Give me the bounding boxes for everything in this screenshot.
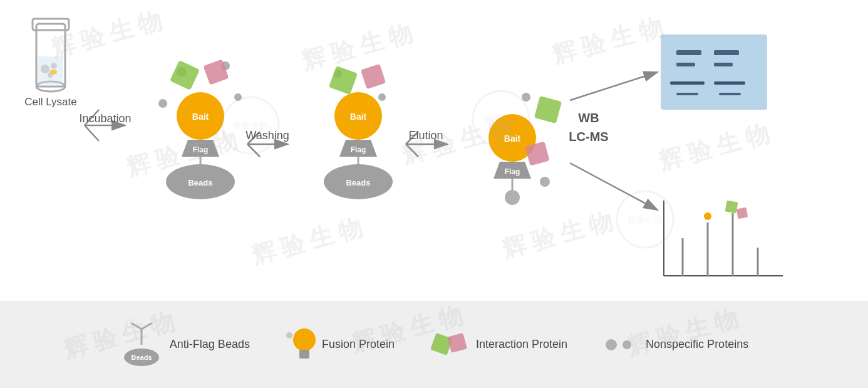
beads-label-2: Beads	[346, 178, 370, 187]
svg-point-14	[49, 70, 57, 75]
svg-line-41	[406, 144, 418, 157]
svg-point-75	[293, 328, 316, 351]
svg-line-17	[85, 125, 99, 141]
interaction-protein-label: Interaction Protein	[476, 338, 567, 351]
svg-rect-56	[714, 63, 733, 66]
svg-rect-58	[714, 81, 745, 85]
legend-anti-flag-beads: Beads Anti-Flag Beads	[120, 323, 250, 367]
lcms-label: LC-MS	[569, 130, 608, 144]
flag-label-2: Flag	[351, 145, 366, 154]
svg-point-77	[286, 332, 292, 338]
flag-label-3: Flag	[505, 167, 520, 176]
bait-label-1: Bait	[192, 112, 209, 122]
legend-nonspecific-proteins: Nonspecific Proteins	[602, 332, 748, 357]
svg-rect-60	[719, 93, 741, 95]
incubation-label: Incubation	[79, 112, 131, 125]
svg-line-50	[570, 72, 658, 100]
svg-rect-22	[170, 60, 200, 90]
legend-interaction-protein: Interaction Protein	[429, 327, 567, 362]
svg-point-48	[540, 177, 550, 187]
anti-flag-beads-icon: Beads	[120, 323, 163, 367]
svg-line-71	[131, 323, 142, 329]
flag-label-1: Flag	[193, 145, 209, 154]
svg-point-20	[234, 93, 242, 101]
svg-text:Beads: Beads	[131, 354, 152, 361]
fusion-protein-label: Fusion Protein	[322, 338, 395, 351]
svg-rect-57	[670, 81, 705, 85]
svg-point-32	[378, 93, 386, 101]
svg-point-67	[704, 212, 711, 220]
nonspecific-proteins-label: Nonspecific Proteins	[646, 338, 748, 351]
washing-label: Washing	[245, 129, 289, 142]
svg-rect-55	[676, 63, 695, 66]
svg-rect-52	[661, 34, 767, 110]
interaction-protein-icon	[429, 327, 470, 362]
legend-bar: Beads Anti-Flag Beads Fusion Protein Int…	[0, 301, 868, 388]
svg-point-80	[606, 339, 617, 350]
svg-rect-53	[676, 50, 701, 55]
svg-point-45	[505, 190, 520, 205]
bait-label-3: Bait	[504, 134, 521, 144]
anti-flag-beads-label: Anti-Flag Beads	[170, 338, 250, 351]
cell-lysate-label: Cell Lysate	[24, 96, 76, 108]
svg-line-51	[570, 163, 658, 210]
svg-rect-79	[447, 333, 467, 353]
svg-line-30	[247, 144, 260, 157]
svg-rect-33	[329, 66, 358, 95]
svg-line-72	[142, 323, 152, 329]
bait-label-2: Bait	[350, 112, 367, 122]
legend-fusion-protein: Fusion Protein	[284, 326, 395, 364]
svg-rect-69	[736, 207, 748, 219]
svg-point-12	[51, 63, 57, 69]
svg-rect-54	[714, 50, 739, 55]
svg-rect-34	[361, 64, 386, 89]
nonspecific-proteins-icon	[602, 332, 639, 357]
wb-label: WB	[578, 111, 599, 125]
svg-rect-76	[299, 350, 309, 359]
svg-point-11	[41, 65, 49, 73]
main-diagram: Cell Lysate Incubation Bait Flag Beads W…	[0, 0, 868, 301]
svg-point-81	[623, 340, 631, 349]
svg-rect-68	[725, 201, 738, 214]
beads-label-1: Beads	[188, 178, 212, 187]
elution-label: Elution	[408, 129, 443, 142]
fusion-protein-icon	[284, 326, 316, 364]
svg-point-49	[522, 93, 530, 102]
svg-point-21	[158, 99, 167, 108]
svg-rect-59	[676, 93, 698, 95]
svg-rect-46	[534, 96, 562, 123]
